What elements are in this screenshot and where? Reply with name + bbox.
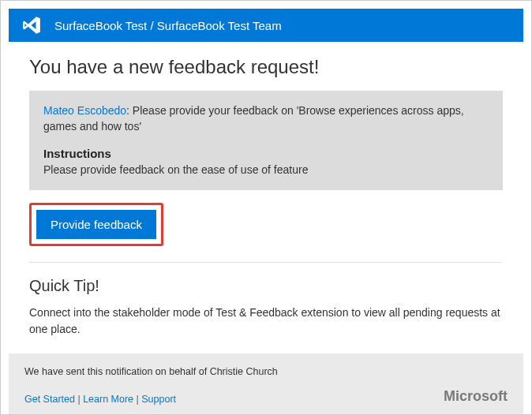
learn-more-link[interactable]: Learn More bbox=[83, 394, 133, 405]
divider bbox=[29, 262, 503, 263]
instructions-body: Please provide feedback on the ease of u… bbox=[43, 163, 489, 176]
tip-title: Quick Tip! bbox=[29, 277, 503, 295]
page-header: SurfaceBook Test / SurfaceBook Test Team bbox=[9, 9, 523, 42]
page-title: You have a new feedback request! bbox=[29, 56, 523, 78]
highlight-annotation: Provide feedback bbox=[29, 203, 163, 246]
footer-links: Get Started | Learn More | Support bbox=[24, 394, 176, 405]
quick-tip-section: Quick Tip! Connect into the stakeholder … bbox=[29, 277, 503, 338]
footer: We have sent this notification on behalf… bbox=[9, 353, 523, 414]
support-link[interactable]: Support bbox=[141, 394, 176, 405]
get-started-link[interactable]: Get Started bbox=[24, 394, 75, 405]
visual-studio-icon bbox=[21, 15, 42, 36]
microsoft-logo: Microsoft bbox=[444, 388, 508, 405]
instructions-heading: Instructions bbox=[43, 147, 489, 160]
requester-name-link[interactable]: Mateo Escobedo bbox=[43, 104, 126, 117]
header-breadcrumb: SurfaceBook Test / SurfaceBook Test Team bbox=[54, 19, 282, 32]
requester-line: Mateo Escobedo: Please provide your feed… bbox=[43, 103, 489, 134]
footer-notification: We have sent this notification on behalf… bbox=[24, 366, 508, 377]
msg-separator: : bbox=[126, 104, 133, 117]
provide-feedback-button[interactable]: Provide feedback bbox=[36, 210, 156, 239]
feedback-request-box: Mateo Escobedo: Please provide your feed… bbox=[29, 91, 503, 190]
tip-body: Connect into the stakeholder mode of Tes… bbox=[29, 305, 503, 338]
